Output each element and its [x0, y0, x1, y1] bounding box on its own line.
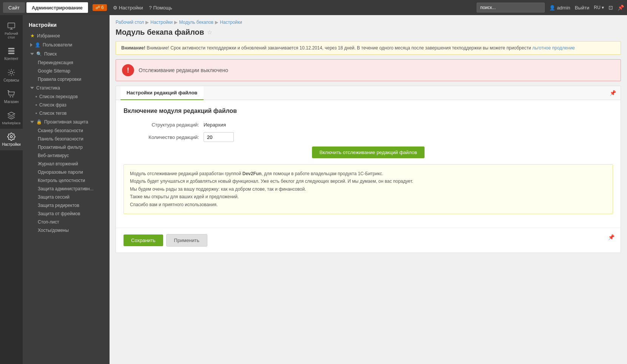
form-label-count: Количество редакций:	[124, 134, 199, 140]
topbar: Сайт Администрирование ☍ 6 ⚙ Настройки ?…	[0, 0, 627, 15]
sidebar-item-integrity[interactable]: Контроль целостности	[23, 176, 110, 185]
sidebar-item-otp[interactable]: Одноразовые пароли	[23, 168, 110, 176]
arrow-down-icon	[30, 87, 34, 89]
sidebar-item-shop[interactable]: Магазин	[0, 86, 23, 108]
svg-point-7	[10, 96, 11, 97]
favorite-star-icon[interactable]: ☆	[207, 29, 212, 36]
sidebar-item-search[interactable]: 🔍 Поиск	[23, 49, 110, 59]
card-body: Включение модуля редакций файлов Структу…	[116, 100, 621, 228]
breadcrumb-current[interactable]: Настройки	[220, 20, 242, 25]
form-input-count[interactable]	[204, 132, 234, 142]
warning-alert: Внимание! Внимание! Срок активности техп…	[116, 41, 621, 55]
content-icon	[7, 47, 15, 55]
language-selector[interactable]: RU ▾	[594, 5, 604, 10]
sidebar-item-intrusion-log[interactable]: Журнал вторжений	[23, 160, 110, 168]
sidebar-item-proactive[interactable]: 🔒 Проактивная защита	[23, 117, 110, 126]
breadcrumb-settings[interactable]: Настройки	[150, 20, 173, 25]
page-title-row: Модуль бекапа файлов ☆	[116, 28, 621, 37]
sidebar-item-statistics[interactable]: Статистика	[23, 83, 110, 93]
breadcrumb-desktop[interactable]: Рабочий стол	[116, 20, 144, 25]
form-row-count: Количество редакций:	[124, 132, 613, 142]
sidebar-item-stoplist[interactable]: Стоп-лист	[23, 218, 110, 226]
user-icon: 👤	[549, 5, 555, 11]
sidebar-item-phrases[interactable]: Список фраз	[23, 101, 110, 109]
error-text: Отслеживание редакции выключено	[139, 67, 228, 73]
sidebar-item-settings[interactable]: Настройки	[0, 129, 23, 150]
svg-point-6	[10, 71, 12, 74]
help-link[interactable]: ? Помощь	[149, 5, 172, 11]
sidebar-item-content[interactable]: Контент	[0, 43, 23, 65]
sidebar-item-admin-protect[interactable]: Защита административн...	[23, 185, 110, 193]
bullet-small-icon	[36, 96, 37, 97]
sidebar-item-sort-rules[interactable]: Правила сортировки	[23, 75, 110, 83]
info-box: Модуль отслеживание редакций разработан …	[124, 164, 613, 214]
sidebar-item-hosts[interactable]: Хосты/домены	[23, 226, 110, 234]
bullet-small-icon	[36, 113, 37, 114]
svg-rect-4	[8, 50, 15, 52]
sidebar-item-reindex[interactable]: Переиндексация	[23, 59, 110, 67]
help-icon: ?	[149, 5, 151, 11]
settings-card: Настройки редакций файлов 📌 Включение мо…	[116, 86, 621, 253]
info-line-4: Также мы открыты для ваших идей и предло…	[130, 193, 607, 201]
info-line-1: Модуль отслеживание редакций разработан …	[130, 170, 607, 177]
sidebar-item-frame-protect[interactable]: Защита от фреймов	[23, 210, 110, 218]
arrow-icon	[30, 43, 32, 47]
settings-link[interactable]: ⚙ Настройки	[113, 5, 143, 11]
sidebar-item-users[interactable]: 👤 Пользователи	[23, 40, 110, 49]
lock-icon: 🔒	[36, 119, 42, 125]
shop-icon	[7, 90, 15, 98]
sidebar-item-security-panel[interactable]: Панель безопасности	[23, 135, 110, 143]
marketplace-icon	[7, 111, 15, 120]
sidebar-item-session-protect[interactable]: Защита сессий	[23, 193, 110, 201]
btn-row: Сохранить Применить 📌	[116, 228, 621, 253]
breadcrumb-module[interactable]: Модуль бекапов	[179, 20, 213, 25]
site-button[interactable]: Сайт	[3, 2, 25, 13]
sidebar-icons: Рабочийстол Контент Сервисы Магазин Mark…	[0, 15, 23, 364]
alert-link[interactable]: льготное продление	[532, 45, 575, 51]
breadcrumb: Рабочий стол ▶ Настройки ▶ Модуль бекапо…	[116, 20, 621, 25]
search-input[interactable]	[477, 3, 545, 12]
bullet-small-icon	[36, 104, 37, 106]
tab-file-revisions[interactable]: Настройки редакций файлов	[120, 86, 204, 100]
gear-icon: ⚙	[113, 5, 117, 11]
sidebar-item-antivirus[interactable]: Веб-антивирус	[23, 151, 110, 160]
settings-icon	[7, 133, 15, 141]
sidebar-item-transitions[interactable]: Список переходов	[23, 93, 110, 101]
sidebar-item-sitemap[interactable]: Google Sitemap	[23, 67, 110, 75]
pin-icon[interactable]: 📌	[618, 5, 624, 11]
sidebar-item-tags[interactable]: Список тегов	[23, 109, 110, 117]
window-icon[interactable]: ⊡	[608, 5, 613, 11]
page-title: Модуль бекапа файлов	[116, 28, 204, 37]
notifications-badge[interactable]: ☍ 6	[93, 4, 107, 11]
section-title: Включение модуля редакций файлов	[124, 108, 613, 114]
search-icon-sidebar: 🔍	[36, 51, 42, 57]
form-value-structure: Иерархия	[204, 122, 226, 128]
save-button[interactable]: Сохранить	[124, 234, 163, 246]
user-icon: 👤	[35, 42, 40, 48]
card-pin-icon[interactable]: 📌	[610, 90, 616, 96]
sidebar-item-scanner[interactable]: Сканер безопасности	[23, 126, 110, 135]
svg-point-9	[10, 136, 12, 138]
arrow-down-icon	[30, 121, 34, 123]
svg-rect-3	[8, 48, 15, 49]
user-info: 👤 admin	[549, 5, 570, 11]
info-line-5: Спасибо вам и приятного использования.	[130, 201, 607, 208]
sidebar-item-redirect-protect[interactable]: Защита редиректов	[23, 201, 110, 210]
error-icon: !	[122, 64, 134, 76]
info-line-2: Модуль будет улучшаться и добавляться но…	[130, 177, 607, 185]
enable-button[interactable]: Включить отслеживание редакций файлов	[312, 147, 425, 158]
sidebar-item-favorites[interactable]: ★ Избранное	[23, 31, 110, 40]
sidebar-item-desktop[interactable]: Рабочийстол	[0, 18, 23, 43]
form-label-structure: Структура редакций:	[124, 122, 199, 128]
error-alert: ! Отслеживание редакции выключено	[116, 59, 621, 81]
sidebar-item-proactive-filter[interactable]: Проактивный фильтр	[23, 143, 110, 151]
svg-rect-5	[8, 53, 15, 54]
exit-button[interactable]: Выйти	[575, 5, 590, 11]
sidebar-item-services[interactable]: Сервисы	[0, 65, 23, 86]
main-layout: Рабочийстол Контент Сервисы Магазин Mark…	[0, 15, 627, 364]
svg-point-8	[12, 96, 13, 97]
bottom-pin-icon[interactable]: 📌	[608, 234, 615, 240]
admin-button[interactable]: Администрирование	[26, 2, 88, 13]
sidebar-item-marketplace[interactable]: Marketplace	[0, 108, 23, 129]
apply-button[interactable]: Применить	[166, 234, 207, 247]
